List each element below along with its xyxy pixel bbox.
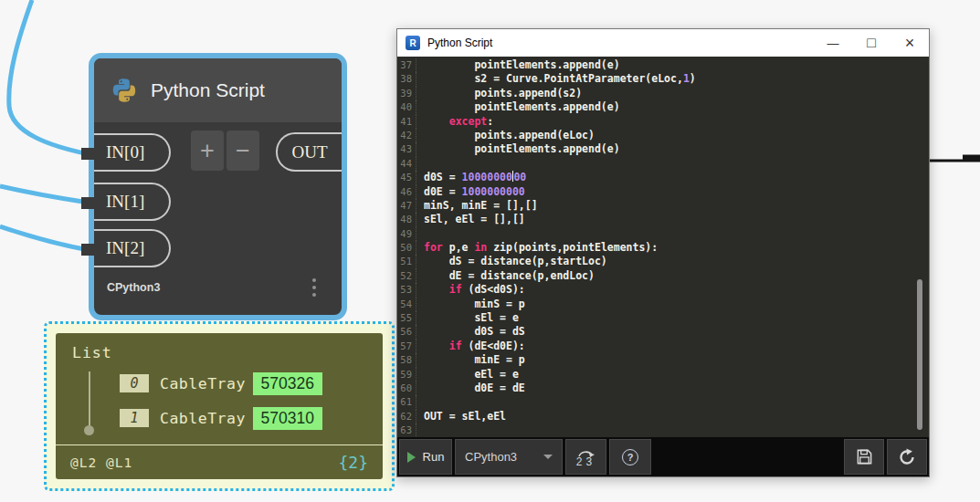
- engine-dropdown-value: CPython3: [465, 450, 517, 464]
- remove-input-button[interactable]: −: [227, 131, 259, 171]
- list-root-label: List: [72, 344, 368, 361]
- play-icon: [407, 452, 416, 463]
- revit-app-icon: R: [406, 36, 420, 50]
- code-line: 46d0E = 1000000000: [397, 185, 929, 199]
- list-count-badge: {2}: [338, 453, 368, 472]
- editor-scrollbar[interactable]: [917, 279, 922, 430]
- code-line: 61: [397, 395, 929, 409]
- code-line: 38 s2 = Curve.PointAtParameter(eLoc,1): [397, 72, 929, 86]
- output-port-label: OUT: [291, 142, 327, 162]
- code-line: 47minS, minE = [],[]: [397, 199, 929, 213]
- code-line: 44: [397, 157, 929, 171]
- input-connector-0[interactable]: [81, 148, 94, 160]
- chevron-down-icon: [543, 455, 553, 459]
- code-line: 51 dS = distance(p,startLoc): [397, 255, 929, 268]
- node-header[interactable]: Python Script: [94, 58, 342, 122]
- run-button-label: Run: [423, 450, 445, 464]
- input-port-1[interactable]: IN[1]: [94, 183, 171, 221]
- python-logo-icon: [111, 77, 138, 104]
- minimize-button[interactable]: —: [814, 29, 852, 57]
- wire-in2[interactable]: [0, 226, 89, 250]
- input-connector-1[interactable]: [81, 197, 94, 209]
- code-line: 62OUT = sEl,eEl: [397, 410, 929, 424]
- list-item: 1 CableTray 570310: [120, 405, 368, 431]
- python-editor-window[interactable]: R Python Script — □ × 37 pointElements.a…: [396, 28, 930, 477]
- maximize-button[interactable]: □: [852, 29, 890, 57]
- revert-button[interactable]: [887, 439, 927, 475]
- output-port[interactable]: OUT: [276, 132, 342, 172]
- item-type-label: CableTray: [160, 375, 246, 392]
- close-button[interactable]: ×: [890, 29, 929, 57]
- code-line: 41 except:: [397, 115, 929, 129]
- code-lines: 37 pointElements.append(e)38 s2 = Curve.…: [397, 58, 929, 437]
- code-line: 37 pointElements.append(e): [397, 58, 929, 72]
- input-port-2[interactable]: IN[2]: [94, 229, 171, 267]
- code-line: 39 points.append(s2): [397, 87, 929, 100]
- node-engine-label: CPython3: [107, 281, 160, 294]
- editor-toolbar: Run CPython3 23 ?: [397, 437, 929, 476]
- revert-icon: [898, 448, 916, 466]
- code-line: 50for p,e in zip(points,pointElements):: [397, 241, 929, 255]
- input-connector-2[interactable]: [81, 244, 94, 256]
- code-line: 60 d0E = dE: [397, 382, 929, 395]
- tree-dot: [84, 425, 94, 435]
- item-index-badge: 1: [120, 409, 149, 427]
- lacing-levels-label[interactable]: @L2 @L1: [70, 455, 132, 470]
- code-line: 54 minS = p: [397, 298, 929, 311]
- help-icon: ?: [622, 449, 638, 465]
- input-port-2-label: IN[2]: [106, 238, 144, 258]
- item-index-badge: 0: [120, 374, 149, 392]
- preview-panel: List 0 CableTray 570326 1 CableTray 5703…: [56, 333, 383, 479]
- add-input-button[interactable]: +: [191, 131, 224, 171]
- wire-in1[interactable]: [0, 186, 89, 203]
- toolbar-spacer: [654, 439, 841, 475]
- node-context-menu-icon[interactable]: [312, 278, 316, 297]
- dynamo-canvas[interactable]: Python Script IN[0] IN[1] IN[2] + − OUT …: [0, 0, 980, 502]
- preview-bubble[interactable]: List 0 CableTray 570326 1 CableTray 5703…: [44, 321, 395, 491]
- help-button[interactable]: ?: [609, 439, 651, 475]
- code-line: 53 if (dS<d0S):: [397, 283, 929, 297]
- code-line: 45d0S = 1000000000: [397, 171, 929, 184]
- code-line: 59 eEl = e: [397, 368, 929, 382]
- code-line: 63: [397, 424, 929, 437]
- node-title: Python Script: [151, 79, 265, 101]
- code-line: 55 sEl = e: [397, 311, 929, 325]
- migrate-digits: 23: [576, 455, 595, 468]
- tree-line: [89, 371, 90, 428]
- list-item: 0 CableTray 570326: [120, 371, 368, 396]
- code-line: 56 d0S = dS: [397, 325, 929, 339]
- code-line: 40 pointElements.append(e): [397, 100, 929, 114]
- save-button[interactable]: [844, 439, 884, 475]
- window-title: Python Script: [427, 37, 492, 49]
- save-icon: [856, 448, 873, 465]
- preview-footer: @L2 @L1 {2}: [56, 444, 383, 479]
- code-line: 58 minE = p: [397, 353, 929, 367]
- item-value[interactable]: 570326: [253, 372, 322, 395]
- run-button[interactable]: Run: [399, 439, 452, 475]
- item-value[interactable]: 570310: [253, 407, 322, 430]
- code-line: 42 points.append(eLoc): [397, 129, 929, 142]
- code-line: 48sEl, eEl = [],[]: [397, 213, 929, 226]
- code-line: 52 dE = distance(p,endLoc): [397, 269, 929, 283]
- code-line: 43 pointElements.append(e): [397, 142, 929, 156]
- code-line: 49: [397, 227, 929, 241]
- item-type-label: CableTray: [160, 410, 246, 427]
- input-port-1-label: IN[1]: [106, 192, 144, 212]
- engine-dropdown[interactable]: CPython3: [455, 439, 563, 475]
- preview-list: List 0 CableTray 570326 1 CableTray 5703…: [56, 333, 383, 444]
- input-port-0[interactable]: IN[0]: [94, 133, 171, 172]
- wire-in0[interactable]: [9, 0, 89, 154]
- python-script-node[interactable]: Python Script IN[0] IN[1] IN[2] + − OUT …: [89, 53, 347, 320]
- migrate-2to3-button[interactable]: 23: [565, 439, 606, 475]
- node-body: IN[0] IN[1] IN[2] + − OUT CPython3: [94, 122, 342, 306]
- code-line: 57 if (dE<d0E):: [397, 340, 929, 353]
- input-port-0-label: IN[0]: [106, 142, 144, 162]
- window-titlebar[interactable]: R Python Script — □ ×: [397, 29, 929, 57]
- code-editor[interactable]: 37 pointElements.append(e)38 s2 = Curve.…: [397, 57, 929, 437]
